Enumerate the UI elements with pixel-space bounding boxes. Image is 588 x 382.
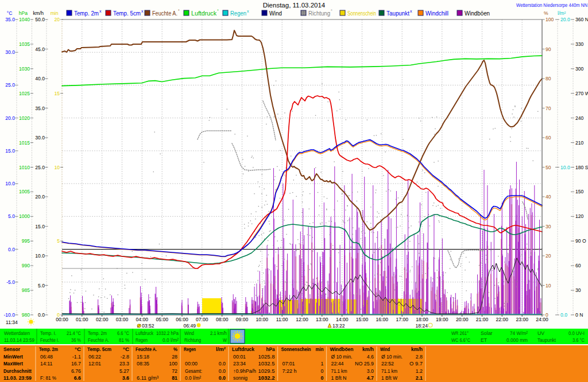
svg-text:70: 70 [546, 106, 551, 111]
svg-text:00:01: 00:01 [233, 354, 246, 360]
svg-text:35.0: 35.0 [35, 106, 45, 111]
svg-text:210: 210 [575, 140, 584, 146]
svg-text:Gesamt:: Gesamt: [185, 368, 202, 374]
svg-text:10.0: 10.0 [5, 181, 15, 186]
svg-text:WC 6.6°C: WC 6.6°C [451, 337, 471, 343]
svg-text:100: 100 [546, 17, 554, 22]
svg-text:0: 0 [321, 368, 324, 374]
svg-text:30.0: 30.0 [35, 135, 45, 141]
svg-text:270 W: 270 W [575, 91, 588, 96]
svg-text:10:00: 10:00 [256, 317, 269, 322]
svg-text:05:00: 05:00 [156, 317, 168, 322]
svg-text:11:34: 11:34 [6, 319, 18, 325]
svg-text:km/h: km/h [33, 10, 44, 16]
svg-text:5.27: 5.27 [119, 368, 129, 374]
svg-text:Temp. 2m: Temp. 2m [39, 346, 58, 352]
svg-text:300: 300 [575, 66, 584, 72]
svg-text:1015: 1015 [19, 140, 30, 146]
svg-text:07:01: 07:01 [283, 361, 295, 367]
svg-text:°C: °C [123, 346, 130, 352]
svg-text:40.0: 40.0 [35, 76, 45, 81]
svg-text:Taupunkt: Taupunkt [537, 337, 556, 343]
svg-text:15: 15 [54, 91, 60, 96]
svg-text:20.0: 20.0 [560, 17, 570, 22]
svg-text:74 W/m²: 74 W/m² [510, 330, 528, 336]
svg-text:1000: 1000 [19, 213, 30, 219]
svg-text:30: 30 [546, 224, 551, 229]
svg-text:km/h: km/h [362, 346, 374, 352]
svg-text:100: 100 [169, 361, 177, 367]
svg-text:°C: °C [75, 346, 82, 352]
svg-text:71.1 km: 71.1 km [331, 368, 347, 374]
svg-text:0.0 l/m²: 0.0 l/m² [185, 375, 201, 381]
svg-text:03:00: 03:00 [116, 317, 129, 322]
svg-text:18:24: 18:24 [415, 323, 428, 329]
svg-text:11.03.14 23:59: 11.03.14 23:59 [4, 337, 34, 343]
svg-text:3.0: 3.0 [367, 368, 374, 374]
svg-text:06:22: 06:22 [88, 354, 101, 360]
svg-text:08:35: 08:35 [137, 361, 149, 367]
svg-text:0.0: 0.0 [219, 375, 226, 381]
svg-text:↑0.9hPa/h: ↑0.9hPa/h [233, 368, 256, 374]
svg-text:980: 980 [22, 312, 30, 318]
svg-text:30: 30 [575, 287, 581, 293]
svg-text:%: % [544, 10, 548, 16]
svg-text:35.0: 35.0 [5, 17, 15, 22]
svg-text:Luftdruck: Luftdruck [232, 346, 254, 352]
svg-text:20:00: 20:00 [456, 317, 469, 322]
svg-text:1.2: 1.2 [416, 368, 423, 374]
svg-text:-10.0: -10.0 [3, 312, 15, 318]
svg-text:km/h: km/h [411, 346, 423, 352]
svg-text:90: 90 [546, 46, 551, 52]
svg-text:1005: 1005 [19, 189, 30, 194]
svg-text:Temp. I.: Temp. I. [40, 330, 56, 336]
svg-text:Feuchte A.: Feuchte A. [136, 346, 157, 352]
svg-text:-1.1: -1.1 [72, 354, 81, 360]
svg-text:Regen: Regen [184, 346, 196, 352]
svg-text:x: x [247, 9, 249, 13]
svg-text:Windchill: Windchill [425, 10, 448, 17]
svg-text:15:18: 15:18 [137, 354, 149, 360]
svg-text:0.0 l/m²: 0.0 l/m² [163, 337, 179, 343]
svg-text:0.0: 0.0 [38, 312, 45, 318]
svg-text:10.0: 10.0 [35, 253, 45, 259]
svg-text:15.0: 15.0 [5, 148, 15, 154]
svg-text:17:00: 17:00 [396, 317, 408, 322]
svg-text:25.0: 25.0 [35, 165, 45, 170]
svg-text:°C: °C [7, 10, 13, 16]
svg-text:Wind: Wind [184, 330, 194, 336]
svg-text:-2.8: -2.8 [121, 354, 129, 360]
svg-text:Temp. 5cm: Temp. 5cm [87, 346, 111, 352]
svg-text:x: x [141, 9, 144, 13]
svg-text:1025.8: 1025.8 [258, 354, 275, 360]
svg-text:21:00: 21:00 [476, 317, 489, 322]
svg-text:150: 150 [575, 189, 584, 194]
svg-text:360 N: 360 N [575, 17, 588, 22]
svg-text:03:52: 03:52 [142, 323, 154, 329]
svg-text:x: x [410, 9, 412, 13]
svg-text:°: ° [178, 9, 180, 13]
svg-text:13:22: 13:22 [332, 323, 345, 329]
svg-text:0.0: 0.0 [219, 368, 226, 374]
svg-text:180 S: 180 S [575, 165, 588, 170]
svg-text:MinWert: MinWert [3, 354, 23, 360]
svg-text:ET: ET [481, 337, 488, 343]
svg-text:14:00: 14:00 [336, 317, 349, 322]
svg-text:0 N: 0 N [575, 312, 583, 318]
svg-text:16:00: 16:00 [376, 317, 389, 322]
svg-text:x: x [99, 9, 102, 13]
svg-text:60: 60 [546, 135, 551, 141]
svg-text:81 %: 81 % [119, 337, 129, 343]
svg-text:995: 995 [22, 238, 30, 244]
svg-text:0.0 UV-I: 0.0 UV-I [568, 330, 585, 336]
svg-text:1035: 1035 [19, 41, 30, 47]
svg-text:00:00: 00:00 [56, 317, 68, 322]
svg-text:40: 40 [546, 194, 551, 200]
svg-text:Luftdruck: Luftdruck [136, 330, 154, 336]
svg-text:Regen: Regen [136, 337, 148, 343]
svg-text:Sonnenschein: Sonnenschein [281, 346, 311, 352]
svg-text:NO 25.9: NO 25.9 [355, 361, 374, 367]
svg-text:0.0: 0.0 [8, 247, 15, 252]
svg-text:06:48: 06:48 [40, 354, 53, 360]
svg-text:3.6 °C: 3.6 °C [572, 337, 585, 343]
